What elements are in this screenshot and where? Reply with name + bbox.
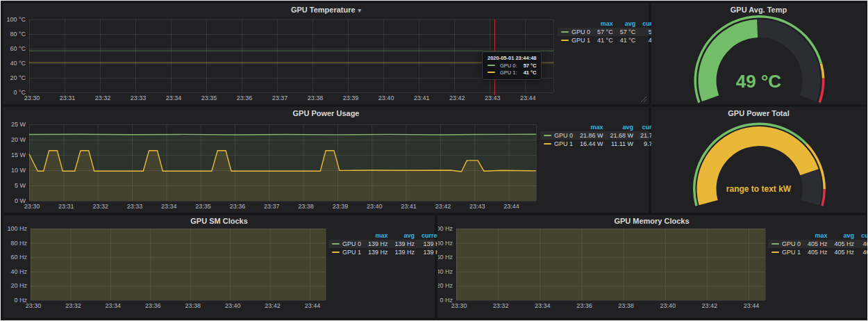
svg-text:80 Hz: 80 Hz — [10, 240, 27, 247]
panel-gpu-memory-clocks: GPU Memory Clocks 0 Hz20 Hz40 Hz60 Hz80 … — [437, 215, 866, 318]
legend-header-avg[interactable]: avg — [392, 231, 419, 240]
panel-title-gpu-power-total[interactable]: GPU Power Total — [652, 108, 865, 119]
svg-text:23:33: 23:33 — [131, 94, 147, 101]
chart-gpu-temperature[interactable]: 2020-05-01 23:44:48 GPU 0: 57 °C GPU 1: … — [4, 15, 558, 104]
legend-series-label: GPU 0 — [554, 132, 573, 139]
legend-series-gpu0[interactable]: GPU 0 — [328, 240, 365, 248]
legend-series-label: GPU 1 — [782, 249, 801, 256]
svg-text:23:41: 23:41 — [401, 203, 417, 210]
svg-text:23:32: 23:32 — [95, 94, 111, 101]
legend-gpu-power-usage: max avg current GPU 0 21.86 W 21.68 W 21… — [540, 119, 648, 212]
panel-title-gpu-power-usage[interactable]: GPU Power Usage — [4, 108, 648, 119]
panel-title-gpu-sm-clocks[interactable]: GPU SM Clocks — [4, 216, 434, 226]
panel-gpu-avg-temp: GPU Avg. Temp 49 °C — [651, 3, 866, 104]
legend-series-label: GPU 1 — [554, 140, 573, 147]
series-dash-icon — [544, 143, 551, 145]
panel-title-text: GPU Temperature — [291, 6, 356, 14]
chart-canvas: 0 Hz20 Hz40 Hz60 Hz80 Hz100 Hz23:3023:32… — [4, 226, 328, 317]
svg-text:100 Hz: 100 Hz — [7, 226, 27, 232]
panel-title-gpu-memory-clocks[interactable]: GPU Memory Clocks — [438, 216, 865, 226]
legend-value: 139 Hz — [365, 240, 392, 248]
svg-text:23:44: 23:44 — [744, 302, 760, 309]
gauge-value-temp: 49 °C — [652, 71, 865, 92]
legend-header-avg[interactable]: avg — [831, 231, 858, 240]
chevron-down-icon[interactable]: ▾ — [358, 7, 362, 14]
resize-handle-icon[interactable] — [641, 97, 646, 102]
svg-text:80 Hz: 80 Hz — [438, 240, 453, 247]
legend-value: 405 Hz — [831, 248, 858, 256]
legend-value: 405 Hz — [804, 248, 831, 256]
panel-title-text: GPU Power Total — [728, 109, 789, 117]
panel-title-text: GPU Memory Clocks — [614, 217, 689, 225]
gauge-gpu-power-total — [652, 119, 865, 212]
legend-series-gpu0[interactable]: GPU 0 — [558, 28, 594, 36]
svg-text:23:30: 23:30 — [26, 302, 42, 309]
series-line — [29, 134, 536, 135]
svg-text:60 °C: 60 °C — [10, 45, 26, 52]
series-dash-icon — [332, 243, 340, 245]
legend-header-row: max avg current — [328, 231, 446, 240]
svg-text:23:43: 23:43 — [485, 94, 501, 101]
legend-header-row: max avg current — [540, 123, 667, 131]
legend-series-gpu0[interactable]: GPU 0 — [768, 240, 804, 248]
legend-header-max[interactable]: max — [365, 231, 392, 240]
legend-series-gpu1[interactable]: GPU 1 — [558, 36, 594, 44]
svg-text:23:44: 23:44 — [503, 203, 519, 210]
legend-header-max[interactable]: max — [594, 19, 617, 28]
series-dash-icon — [771, 243, 779, 245]
legend-row-gpu0: GPU 0 405 Hz 405 Hz 405 Hz — [768, 240, 868, 248]
gridlines — [29, 19, 554, 93]
legend-value: 57 °C — [617, 28, 640, 36]
legend-gpu-memory-clocks: max avg current GPU 0 405 Hz 405 Hz 405 … — [768, 226, 865, 317]
chart-canvas: 0 Hz20 Hz40 Hz60 Hz80 Hz100 Hz23:3023:32… — [438, 226, 768, 317]
legend-row-gpu1: GPU 1 405 Hz 405 Hz 405 Hz — [768, 248, 868, 256]
svg-text:23:35: 23:35 — [195, 203, 211, 210]
svg-text:100 °C: 100 °C — [6, 16, 26, 23]
legend-row-gpu1: GPU 1 139 Hz 139 Hz 139 Hz — [328, 248, 446, 256]
svg-text:23:32: 23:32 — [65, 302, 81, 309]
svg-text:5 W: 5 W — [15, 182, 26, 189]
legend-gpu-sm-clocks: max avg current GPU 0 139 Hz 139 Hz 139 … — [328, 226, 434, 317]
chart-gpu-sm-clocks[interactable]: 0 Hz20 Hz40 Hz60 Hz80 Hz100 Hz23:3023:32… — [4, 226, 328, 317]
svg-text:23:31: 23:31 — [60, 94, 76, 101]
svg-text:23:36: 23:36 — [145, 302, 161, 309]
chart-canvas: 0 W5 W10 W15 W20 W25 W23:3023:3123:3223:… — [4, 119, 540, 212]
legend-series-gpu1[interactable]: GPU 1 — [540, 140, 576, 148]
panel-title-gpu-avg-temp[interactable]: GPU Avg. Temp — [652, 4, 865, 15]
svg-text:25 W: 25 W — [11, 121, 26, 128]
chart-gpu-memory-clocks[interactable]: 0 Hz20 Hz40 Hz60 Hz80 Hz100 Hz23:3023:32… — [438, 226, 768, 317]
legend-header-current[interactable]: current — [858, 231, 868, 240]
svg-text:80 °C: 80 °C — [10, 31, 26, 38]
legend-header-avg[interactable]: avg — [617, 19, 640, 28]
legend-series-gpu0[interactable]: GPU 0 — [540, 131, 576, 140]
legend-value: 21.68 W — [607, 131, 637, 140]
chart-gpu-power-usage[interactable]: 0 W5 W10 W15 W20 W25 W23:3023:3123:3223:… — [4, 119, 540, 212]
panel-title-gpu-temperature[interactable]: GPU Temperature▾ — [4, 4, 648, 15]
svg-text:23:34: 23:34 — [161, 203, 177, 210]
legend-value: 16.44 W — [576, 140, 607, 148]
svg-text:20 W: 20 W — [11, 136, 26, 143]
legend-series-label: GPU 0 — [782, 240, 801, 247]
legend-series-label: GPU 1 — [571, 37, 590, 44]
series-area — [456, 229, 765, 300]
series-dash-icon — [544, 135, 551, 136]
legend-header-avg[interactable]: avg — [607, 123, 637, 131]
series-dash-icon — [487, 72, 495, 73]
legend-value: 139 Hz — [392, 240, 419, 248]
legend-value: 41 °C — [594, 36, 617, 44]
svg-text:23:42: 23:42 — [265, 302, 281, 309]
legend-series-gpu1[interactable]: GPU 1 — [768, 248, 804, 256]
chart-canvas: 0 °C20 °C40 °C60 °C80 °C100 °C23:3023:31… — [4, 15, 558, 104]
svg-text:23:34: 23:34 — [535, 302, 551, 309]
legend-header-max[interactable]: max — [804, 231, 831, 240]
svg-text:60 Hz: 60 Hz — [438, 254, 453, 261]
axis-labels: 0 °C20 °C40 °C60 °C80 °C100 °C23:3023:31… — [6, 16, 535, 101]
legend-header-max[interactable]: max — [576, 123, 607, 131]
legend-series-gpu1[interactable]: GPU 1 — [328, 248, 365, 256]
svg-text:23:31: 23:31 — [58, 203, 74, 210]
svg-text:23:36: 23:36 — [576, 302, 592, 309]
panel-gpu-power-usage: GPU Power Usage 0 W5 W10 W15 W20 W25 W23… — [3, 107, 649, 213]
svg-text:23:43: 23:43 — [469, 203, 485, 210]
svg-text:23:42: 23:42 — [702, 302, 718, 309]
svg-text:23:37: 23:37 — [264, 203, 280, 210]
